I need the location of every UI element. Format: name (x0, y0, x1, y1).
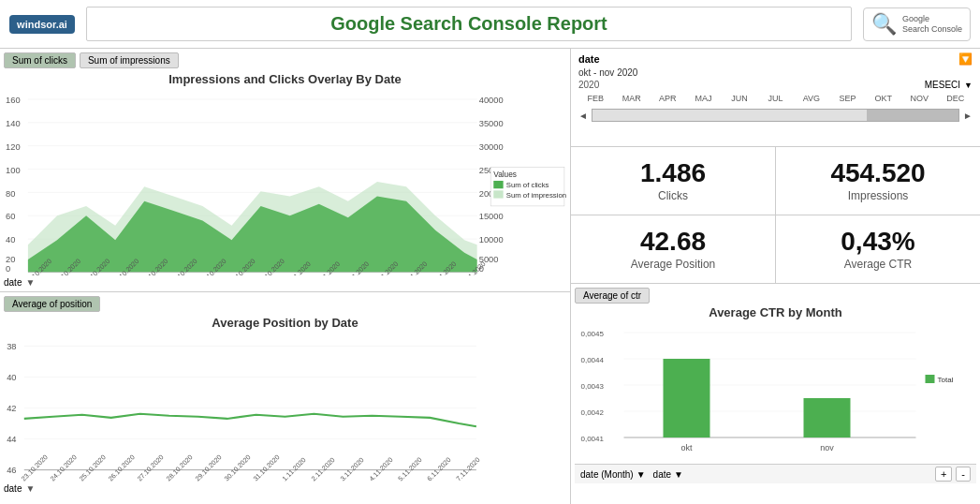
month-bar: FEB MAR APR MAJ JUN JUL AVG SEP OKT NOV … (578, 94, 973, 103)
month-jun: JUN (723, 94, 756, 103)
ctr-section: Average of ctr Average CTR by Month 0,00… (571, 283, 980, 504)
svg-text:40: 40 (6, 235, 15, 245)
stat-impressions: 454.520 Impressions (776, 147, 980, 215)
svg-text:2.11.2020: 2.11.2020 (310, 455, 337, 482)
date-filter-ctr[interactable]: date ▼ (653, 469, 683, 480)
tab-avg-position[interactable]: Average of position (4, 296, 100, 312)
svg-text:24.10.2020: 24.10.2020 (49, 452, 79, 482)
avg-position-title: Average Position by Date (4, 316, 566, 330)
svg-text:31.10.2020: 31.10.2020 (252, 452, 282, 482)
scroll-left-arrow[interactable]: ◄ (578, 111, 588, 121)
right-panel: date 🔽 okt - nov 2020 2020 MESECI ▼ FEB … (571, 49, 980, 504)
svg-text:3.11.2020: 3.11.2020 (338, 455, 365, 482)
svg-text:0,0042: 0,0042 (581, 408, 605, 417)
svg-text:38: 38 (7, 342, 16, 351)
svg-text:30000: 30000 (479, 142, 504, 152)
date-filter-top[interactable]: date ▼ (4, 277, 35, 288)
svg-text:0,0045: 0,0045 (581, 330, 605, 338)
month-nov: NOV (902, 94, 936, 103)
svg-text:30.10.2020: 30.10.2020 (223, 452, 253, 482)
tab-sum-clicks[interactable]: Sum of clicks (4, 52, 76, 68)
month-feb: FEB (578, 94, 612, 103)
svg-text:7.11.2020: 7.11.2020 (454, 455, 481, 482)
google-logo-box: 🔍 GoogleSearch Console (863, 7, 971, 41)
svg-rect-47 (493, 181, 503, 188)
meseci-selector[interactable]: MESECI ▼ (925, 80, 973, 90)
svg-text:26.10.2020: 26.10.2020 (107, 452, 137, 482)
main-content: Sum of clicks Sum of impressions Impress… (0, 49, 980, 504)
svg-text:120: 120 (6, 142, 21, 152)
month-jul: JUL (758, 94, 792, 103)
avg-position-chart: 38 40 42 44 46 23.10.2020 (4, 332, 566, 482)
svg-text:100: 100 (6, 166, 21, 175)
svg-text:40: 40 (7, 373, 16, 382)
tab-sum-impressions[interactable]: Sum of impressions (80, 52, 179, 68)
top-chart-footer: date ▼ (4, 277, 566, 288)
left-panel: Sum of clicks Sum of impressions Impress… (0, 49, 571, 504)
svg-text:35000: 35000 (479, 119, 504, 128)
stat-avg-ctr: 0,43% Average CTR (776, 215, 980, 283)
impressions-clicks-section: Sum of clicks Sum of impressions Impress… (0, 49, 570, 292)
scroll-track[interactable] (592, 109, 959, 122)
svg-text:25.10.2020: 25.10.2020 (78, 452, 108, 482)
date-month-label: date (Month) (580, 469, 634, 480)
bar-okt (664, 359, 710, 437)
date-range-display: okt - nov 2020 (578, 67, 973, 78)
header-title-wrapper: Google Search Console Report (86, 7, 852, 41)
svg-text:Values: Values (493, 170, 517, 179)
ctr-chart-title: Average CTR by Month (575, 305, 976, 319)
windsor-logo: windsor.ai (9, 15, 75, 34)
meseci-label: MESECI (925, 80, 960, 90)
avg-position-section: Average of position Average Position by … (0, 292, 570, 504)
filter-funnel-icon[interactable]: 🔽 (958, 52, 973, 66)
impressions-clicks-chart: 160 140 120 100 80 60 40 20 0 40000 3500… (4, 88, 566, 275)
year-label: 2020 (578, 80, 599, 90)
date-filter-label-bottom: date (4, 483, 22, 494)
toolbar-filters: date (Month) ▼ date ▼ (580, 469, 683, 480)
svg-text:0: 0 (6, 264, 10, 274)
avg-position-chart-area: 38 40 42 44 46 23.10.2020 (4, 332, 566, 482)
ctr-bar-chart: 0,0045 0,0044 0,0043 0,0042 0,0041 (575, 323, 976, 464)
tab-avg-ctr[interactable]: Average of ctr (575, 288, 650, 304)
top-chart-area: 160 140 120 100 80 60 40 20 0 40000 3500… (4, 88, 566, 275)
svg-rect-89 (926, 375, 935, 383)
impressions-label: Impressions (848, 189, 909, 202)
date-filter-ctr-icon[interactable]: ▼ (674, 469, 683, 480)
svg-text:46: 46 (7, 466, 16, 475)
avg-ctr-label: Average CTR (844, 258, 912, 271)
svg-text:44: 44 (7, 435, 16, 444)
stats-grid: 1.486 Clicks 454.520 Impressions 42.68 A… (571, 147, 980, 283)
month-apr: APR (651, 94, 684, 103)
plus-button[interactable]: + (935, 467, 952, 482)
top-chart-title: Impressions and Clicks Overlay By Date (4, 72, 566, 86)
svg-text:15000: 15000 (479, 212, 504, 221)
minus-button[interactable]: - (956, 467, 971, 482)
meseci-dropdown-arrow[interactable]: ▼ (964, 81, 973, 90)
date-month-filter-icon[interactable]: ▼ (636, 469, 646, 480)
svg-text:Total: Total (938, 376, 954, 384)
svg-text:29.10.2020: 29.10.2020 (194, 452, 224, 482)
bottom-toolbar: date (Month) ▼ date ▼ + - (575, 464, 976, 483)
date-filter-label: date (4, 277, 22, 288)
svg-text:nov: nov (820, 443, 834, 452)
svg-text:28.10.2020: 28.10.2020 (165, 452, 195, 482)
svg-text:10000: 10000 (479, 235, 504, 245)
toolbar-btns: + - (935, 467, 971, 482)
avg-position-label: Average Position (631, 258, 716, 271)
date-month-filter[interactable]: date (Month) ▼ (580, 469, 646, 480)
month-okt: OKT (867, 94, 900, 103)
filter-icon-bottom[interactable]: ▼ (25, 483, 35, 494)
date-filter-bottom[interactable]: date ▼ (4, 483, 566, 494)
month-maj: MAJ (686, 94, 720, 103)
filter-icon-top[interactable]: ▼ (25, 277, 35, 288)
page-title: Google Search Console Report (330, 13, 607, 34)
scroll-right-arrow[interactable]: ► (963, 111, 973, 121)
svg-rect-49 (493, 190, 503, 198)
svg-text:5.11.2020: 5.11.2020 (396, 455, 423, 482)
svg-text:0,0043: 0,0043 (581, 382, 605, 391)
month-dec: DEC (939, 94, 973, 103)
svg-text:4.11.2020: 4.11.2020 (367, 455, 394, 482)
date-filter-ctr-label: date (653, 469, 671, 480)
avg-ctr-value: 0,43% (841, 228, 914, 257)
svg-text:42: 42 (7, 404, 16, 413)
